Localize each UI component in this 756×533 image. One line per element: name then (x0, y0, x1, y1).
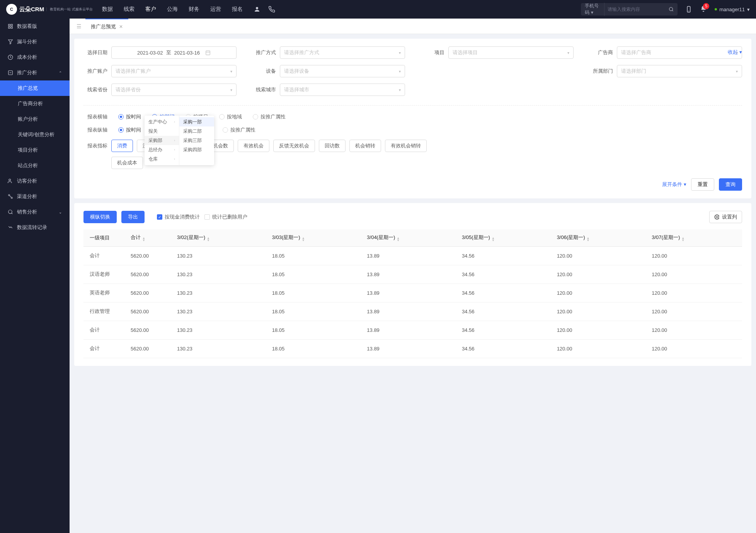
table-header[interactable]: 合计▲▼ (126, 229, 172, 246)
metric-button[interactable]: 机会成本 (111, 157, 143, 169)
table-cell: 120.00 (552, 321, 647, 339)
svg-rect-19 (206, 51, 210, 55)
table-cell: 120.00 (552, 339, 647, 358)
sidebar-item[interactable]: 销售分析⌄ (0, 204, 70, 220)
sidebar-subitem[interactable]: 关键词/创意分析 (0, 127, 70, 142)
table-row[interactable]: 汉语老师5620.00130.2318.0513.8934.56120.0012… (83, 265, 742, 284)
sidebar-toggle-icon[interactable]: ☰ (73, 23, 85, 29)
nav-item[interactable]: 运营 (210, 6, 221, 13)
metric-button[interactable]: 消费 (111, 140, 133, 152)
table-row[interactable]: 会计5620.00130.2318.0513.8934.56120.00120.… (83, 339, 742, 358)
radio-option[interactable]: 按地域 (219, 113, 242, 120)
sidebar-subitem[interactable]: 账户分析 (0, 111, 70, 127)
sidebar-item[interactable]: 成本分析 (0, 50, 70, 65)
chevron-down-icon: ▾ (747, 7, 750, 12)
radio-option[interactable]: 按推广属性 (223, 126, 255, 133)
expand-conditions-link[interactable]: 展开条件 ▾ (662, 181, 686, 188)
table-cell: 130.23 (172, 284, 267, 302)
metric-button[interactable]: 反馈无效机会 (273, 140, 315, 152)
user-icon[interactable] (254, 6, 261, 13)
date-picker[interactable]: 2021-03-02 至 2021-03-16 (111, 46, 237, 59)
table-header[interactable]: 一级项目 (83, 229, 126, 246)
radio-icon (223, 127, 228, 133)
search-type[interactable]: 手机号码 ▾ (585, 3, 604, 16)
project-select[interactable]: 请选择项目▾ (448, 46, 574, 59)
switch-button[interactable]: 横纵切换 (83, 211, 117, 223)
search-icon[interactable] (669, 6, 674, 13)
cascade-item[interactable]: 采购二部 (179, 126, 214, 136)
method-select[interactable]: 请选择推广方式▾ (280, 46, 405, 59)
table-header[interactable]: 3/07(星期一)▲▼ (647, 229, 742, 246)
cascade-item[interactable]: 仓库› (145, 154, 179, 164)
mobile-icon[interactable] (685, 6, 692, 13)
date-label: 选择日期 (83, 49, 107, 56)
nav-item[interactable]: 财务 (189, 6, 199, 13)
metric-button[interactable]: 回访数 (319, 140, 346, 152)
sidebar-subitem[interactable]: 站点分析 (0, 158, 70, 173)
nav-item[interactable]: 报名 (232, 6, 243, 13)
cascade-item[interactable]: 采购四部 (179, 145, 214, 154)
nav-item[interactable]: 数据 (102, 6, 113, 13)
reset-button[interactable]: 重置 (691, 178, 714, 191)
sidebar-subitem[interactable]: 推广总览 (0, 80, 70, 96)
nav-item[interactable]: 公海 (167, 6, 178, 13)
account-select[interactable]: 请选择推广账户▾ (111, 65, 237, 77)
device-select[interactable]: 请选择设备▾ (280, 65, 405, 77)
advertiser-select[interactable]: 请选择广告商▾ (617, 46, 742, 59)
phone-icon[interactable] (268, 6, 275, 13)
cascade-item[interactable]: 采购一部 (179, 117, 214, 126)
cash-checkbox[interactable]: ✓ 按现金消费统计 (157, 214, 200, 220)
table-header[interactable]: 3/05(星期一)▲▼ (457, 229, 552, 246)
search-input[interactable] (604, 7, 669, 12)
chevron-down-icon: ▾ (736, 69, 738, 73)
metric-button[interactable]: 有效机会 (238, 140, 269, 152)
dept-select[interactable]: 请选择部门▾ (617, 65, 742, 77)
sidebar-item[interactable]: 渠道分析 (0, 189, 70, 204)
svg-line-18 (12, 213, 13, 214)
table-header[interactable]: 3/03(星期一)▲▼ (267, 229, 363, 246)
table-cell: 5620.00 (126, 321, 172, 339)
cascade-item[interactable]: 采购三部 (179, 136, 214, 145)
close-icon[interactable]: ✕ (119, 24, 123, 29)
table-row[interactable]: 英语老师5620.00130.2318.0513.8934.56120.0012… (83, 284, 742, 302)
province-select[interactable]: 请选择省份▾ (111, 84, 237, 96)
tab-active[interactable]: 推广总预览 ✕ (85, 19, 128, 34)
table-row[interactable]: 会计5620.00130.2318.0513.8934.56120.00120.… (83, 246, 742, 265)
sidebar-item[interactable]: 访客分析 (0, 173, 70, 189)
table-cell: 13.89 (362, 339, 457, 358)
metric-button[interactable]: 机会销转 (349, 140, 381, 152)
cascade-item[interactable]: 生产中心› (145, 117, 179, 126)
city-label: 线索城市 (252, 86, 276, 93)
radio-option[interactable]: 按时间 (118, 126, 141, 133)
checkbox-icon (204, 214, 210, 220)
nav-item[interactable]: 客户 (145, 6, 156, 13)
sort-icon: ▲▼ (302, 237, 305, 242)
city-select[interactable]: 请选择城市▾ (280, 84, 405, 96)
radio-option[interactable]: 按时间 (118, 113, 141, 120)
collapse-link[interactable]: 收起 ▾ (728, 49, 742, 56)
user-menu[interactable]: manager11 ▾ (715, 7, 750, 12)
settings-columns-button[interactable]: 设置列 (709, 211, 742, 223)
table-row[interactable]: 会计5620.00130.2318.0513.8934.56120.00120.… (83, 321, 742, 339)
cascade-item[interactable]: 总经办› (145, 145, 179, 154)
cascade-item[interactable]: 采购部› (145, 136, 179, 145)
sidebar-item[interactable]: 推广分析⌃ (0, 65, 70, 80)
table-row[interactable]: 行政管理5620.00130.2318.0513.8934.56120.0012… (83, 302, 742, 321)
table-header[interactable]: 3/04(星期一)▲▼ (362, 229, 457, 246)
export-button[interactable]: 导出 (121, 211, 145, 223)
search-box[interactable]: 手机号码 ▾ (581, 3, 678, 15)
notification-bell[interactable]: 5 (700, 5, 707, 14)
query-button[interactable]: 查询 (719, 178, 742, 191)
metric-button[interactable]: 有效机会销转 (385, 140, 427, 152)
sidebar-item[interactable]: 数据看版 (0, 19, 70, 34)
table-header[interactable]: 3/06(星期一)▲▼ (552, 229, 647, 246)
nav-item[interactable]: 线索 (124, 6, 135, 13)
sidebar-subitem[interactable]: 广告商分析 (0, 96, 70, 111)
sidebar-item[interactable]: 数据流转记录 (0, 220, 70, 235)
deleted-checkbox[interactable]: 统计已删除用户 (204, 214, 247, 220)
cascade-item[interactable]: 报关 (145, 126, 179, 136)
sidebar-subitem[interactable]: 项目分析 (0, 142, 70, 158)
sidebar-item[interactable]: 漏斗分析 (0, 34, 70, 50)
table-header[interactable]: 3/02(星期一)▲▼ (172, 229, 267, 246)
radio-option[interactable]: 按推广属性 (253, 113, 286, 120)
